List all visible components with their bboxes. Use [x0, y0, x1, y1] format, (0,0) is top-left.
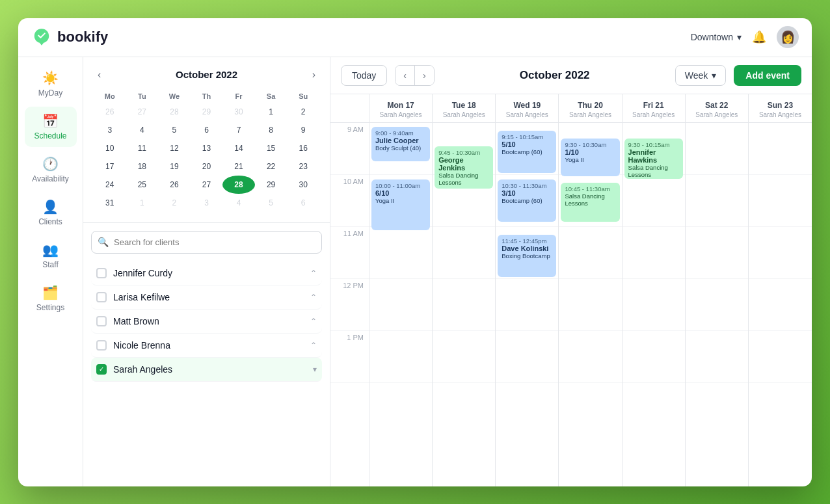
cal-day-cell[interactable]: 20	[191, 157, 223, 176]
cal-day-wed: Wed 19 Sarah Angeles	[496, 94, 559, 122]
cal-grid: Mo Tu We Th Fr Sa Su 2627282930123456789…	[94, 90, 319, 212]
day-col-wed: 9:15 - 10:15am 5/10 Bootcamp (60) 10:30 …	[496, 123, 559, 486]
schedule-icon: 📅	[42, 113, 59, 129]
sidebar-item-settings[interactable]: 🗂️ Settings	[25, 278, 77, 319]
client-row-nicole-brenna[interactable]: Nicole Brenna⌃	[91, 334, 322, 358]
cal-day-cell[interactable]: 26	[94, 103, 126, 121]
client-row-larisa-kefilwe[interactable]: Larisa Kefilwe⌃	[91, 285, 322, 310]
event-salsa-thu[interactable]: 10:45 - 11:30am Salsa Dancing Lessons	[561, 183, 619, 222]
cal-day-cell[interactable]: 16	[287, 139, 319, 157]
client-row-matt-brown[interactable]: Matt Brown⌃	[91, 310, 322, 334]
prev-week-button[interactable]: ‹	[395, 66, 415, 85]
time-col: 9 AM 10 AM 11 AM 12 PM 1 PM	[330, 123, 369, 486]
cal-day-cell[interactable]: 26	[158, 176, 191, 194]
cal-header: ‹ October 2022 ›	[94, 68, 319, 82]
cal-next-button[interactable]: ›	[308, 68, 319, 82]
cal-prev-button[interactable]: ‹	[94, 68, 105, 82]
cal-day-cell[interactable]: 15	[255, 139, 288, 157]
event-yoga-ii-mon[interactable]: 10:00 - 11:00am 6/10 Yoga II	[371, 179, 430, 230]
cal-day-mon: Mon 17 Sarah Angeles	[369, 94, 433, 122]
cal-day-cell[interactable]: 11	[126, 139, 159, 157]
cal-day-cell[interactable]: 8	[255, 121, 288, 139]
cal-day-cell[interactable]: 30	[287, 176, 319, 194]
chevron-icon: ⌃	[310, 293, 317, 302]
cal-day-cell[interactable]: 12	[158, 139, 191, 157]
client-checkbox-larisa-kefilwe[interactable]	[96, 292, 107, 302]
cal-day-sun: Sun 23 Sarah Angeles	[749, 94, 812, 122]
event-julie-cooper[interactable]: 9:00 - 9:40am Julie Cooper Body Sculpt (…	[371, 127, 430, 161]
event-bootcamp-wed-2[interactable]: 10:30 - 11:30am 3/10 Bootcamp (60)	[498, 179, 556, 222]
cal-day-cell[interactable]: 25	[126, 176, 159, 194]
search-box: 🔍	[91, 231, 322, 254]
cal-day-cell[interactable]: 29	[255, 176, 288, 194]
cal-day-cell[interactable]: 7	[222, 121, 255, 139]
cal-day-cell[interactable]: 2	[287, 103, 319, 121]
event-george-jenkins[interactable]: 9:45 - 10:30am George Jenkins Salsa Danc…	[435, 146, 493, 189]
settings-icon: 🗂️	[42, 285, 59, 300]
logo-icon	[31, 27, 52, 47]
cal-day-cell[interactable]: 6	[287, 194, 319, 212]
client-checkbox-sarah-angeles[interactable]: ✓	[96, 364, 107, 375]
client-list: 🔍 Jennifer Curdy⌃Larisa Kefilwe⌃Matt Bro…	[83, 223, 330, 486]
header: bookify Downtown ▾ 🔔 👩	[18, 18, 812, 57]
cal-day-cell[interactable]: 2	[158, 194, 191, 212]
client-row-jennifer-curdy[interactable]: Jennifer Curdy⌃	[91, 261, 322, 285]
chevron-icon: ⌃	[310, 341, 317, 350]
sidebar-item-schedule[interactable]: 📅 Schedule	[25, 107, 77, 147]
search-input[interactable]	[91, 231, 322, 254]
sidebar-item-clients[interactable]: 👤 Clients	[25, 192, 77, 233]
bell-icon[interactable]: 🔔	[752, 30, 766, 44]
day-col-tue: 9:45 - 10:30am George Jenkins Salsa Danc…	[433, 123, 496, 486]
add-event-button[interactable]: Add event	[734, 65, 801, 86]
cal-day-cell[interactable]: 23	[287, 157, 319, 176]
event-dave-kolinski[interactable]: 11:45 - 12:45pm Dave Kolinski Boxing Boo…	[498, 235, 556, 277]
cal-day-cell[interactable]: 17	[94, 157, 126, 176]
cal-day-cell[interactable]: 6	[191, 121, 223, 139]
today-button[interactable]: Today	[341, 65, 387, 86]
cal-day-cell[interactable]: 3	[191, 194, 223, 212]
event-yoga-ii-thu[interactable]: 9:30 - 10:30am 1/10 Yoga II	[561, 139, 619, 176]
chevron-icon: ▾	[313, 365, 317, 374]
event-bootcamp-wed-1[interactable]: 9:15 - 10:15am 5/10 Bootcamp (60)	[498, 131, 556, 173]
client-checkbox-matt-brown[interactable]	[96, 316, 107, 326]
logo: bookify	[31, 27, 108, 47]
time-spacer	[330, 94, 369, 122]
cal-day-cell[interactable]: 29	[191, 103, 223, 121]
left-panel: ‹ October 2022 › Mo Tu We Th Fr Sa Su	[83, 57, 330, 486]
sidebar-item-availability[interactable]: 🕐 Availability	[25, 150, 77, 190]
cal-day-cell[interactable]: 5	[158, 121, 191, 139]
avatar[interactable]: 👩	[777, 26, 799, 48]
cal-day-cell[interactable]: 21	[222, 157, 255, 176]
view-selector[interactable]: Week ▾	[675, 65, 727, 86]
cal-day-cell[interactable]: 28	[158, 103, 191, 121]
cal-day-cell[interactable]: 31	[94, 194, 126, 212]
cal-day-cell[interactable]: 22	[255, 157, 288, 176]
sidebar-item-label: Clients	[38, 217, 62, 226]
cal-day-cell[interactable]: 30	[222, 103, 255, 121]
cal-day-cell[interactable]: 27	[191, 176, 223, 194]
cal-day-cell[interactable]: 5	[255, 194, 288, 212]
next-week-button[interactable]: ›	[415, 66, 434, 85]
cal-day-cell[interactable]: 4	[222, 194, 255, 212]
cal-day-cell[interactable]: 9	[287, 121, 319, 139]
cal-day-cell[interactable]: 13	[191, 139, 223, 157]
cal-day-cell[interactable]: 27	[126, 103, 159, 121]
cal-day-cell[interactable]: 4	[126, 121, 159, 139]
cal-day-cell[interactable]: 28	[222, 176, 255, 194]
client-checkbox-nicole-brenna[interactable]	[96, 340, 107, 351]
cal-day-cell[interactable]: 3	[94, 121, 126, 139]
client-checkbox-jennifer-curdy[interactable]	[96, 268, 107, 278]
sidebar-item-staff[interactable]: 👥 Staff	[25, 235, 77, 276]
sidebar-item-myday[interactable]: ☀️ MyDay	[25, 64, 77, 104]
client-row-sarah-angeles[interactable]: ✓Sarah Angeles▾	[91, 358, 322, 382]
cal-day-cell[interactable]: 19	[158, 157, 191, 176]
cal-day-cell[interactable]: 24	[94, 176, 126, 194]
cal-day-cell[interactable]: 1	[126, 194, 159, 212]
cal-day-cell[interactable]: 14	[222, 139, 255, 157]
client-rows: Jennifer Curdy⌃Larisa Kefilwe⌃Matt Brown…	[91, 261, 322, 382]
cal-day-cell[interactable]: 10	[94, 139, 126, 157]
cal-day-cell[interactable]: 18	[126, 157, 159, 176]
location-selector[interactable]: Downtown ▾	[691, 32, 742, 42]
cal-day-cell[interactable]: 1	[255, 103, 288, 121]
event-jennifer-hawkins[interactable]: 9:30 - 10:15am Jennifer Hawkins Salsa Da…	[624, 139, 683, 179]
